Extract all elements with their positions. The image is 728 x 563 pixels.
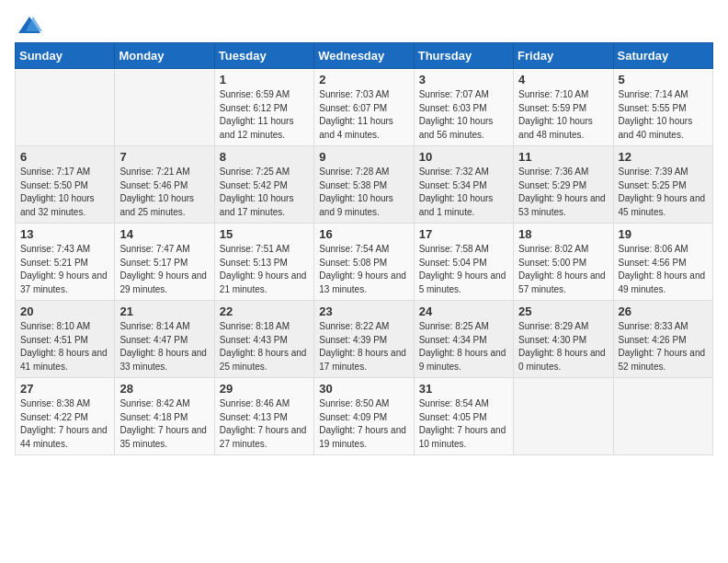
calendar-cell: 10Sunrise: 7:32 AM Sunset: 5:34 PM Dayli… bbox=[414, 146, 513, 224]
day-detail: Sunrise: 8:38 AM Sunset: 4:22 PM Dayligh… bbox=[20, 397, 109, 451]
day-number: 26 bbox=[619, 304, 708, 318]
day-number: 28 bbox=[119, 382, 209, 396]
day-detail: Sunrise: 8:14 AM Sunset: 4:47 PM Dayligh… bbox=[119, 320, 209, 373]
day-detail: Sunrise: 7:47 AM Sunset: 5:17 PM Dayligh… bbox=[119, 243, 209, 296]
day-number: 24 bbox=[419, 304, 508, 318]
calendar-cell: 12Sunrise: 7:39 AM Sunset: 5:25 PM Dayli… bbox=[613, 146, 712, 224]
day-number: 30 bbox=[319, 382, 408, 396]
calendar-cell: 6Sunrise: 7:17 AM Sunset: 5:50 PM Daylig… bbox=[16, 146, 115, 224]
day-number: 19 bbox=[619, 227, 708, 241]
col-header-monday: Monday bbox=[115, 43, 214, 69]
calendar-cell: 16Sunrise: 7:54 AM Sunset: 5:08 PM Dayli… bbox=[314, 224, 414, 301]
calendar-cell: 15Sunrise: 7:51 AM Sunset: 5:13 PM Dayli… bbox=[214, 224, 313, 301]
day-number: 25 bbox=[518, 304, 608, 318]
day-detail: Sunrise: 7:03 AM Sunset: 6:07 PM Dayligh… bbox=[319, 88, 408, 142]
day-detail: Sunrise: 7:07 AM Sunset: 6:03 PM Dayligh… bbox=[419, 88, 508, 142]
calendar-cell: 24Sunrise: 8:25 AM Sunset: 4:34 PM Dayli… bbox=[414, 301, 513, 378]
day-detail: Sunrise: 7:32 AM Sunset: 5:34 PM Dayligh… bbox=[419, 166, 508, 219]
day-number: 3 bbox=[419, 73, 508, 86]
calendar-cell bbox=[16, 69, 115, 146]
calendar-cell: 13Sunrise: 7:43 AM Sunset: 5:21 PM Dayli… bbox=[16, 224, 115, 301]
day-number: 18 bbox=[518, 227, 608, 241]
day-number: 14 bbox=[119, 227, 209, 241]
day-detail: Sunrise: 7:14 AM Sunset: 5:55 PM Dayligh… bbox=[619, 88, 708, 142]
calendar-cell: 27Sunrise: 8:38 AM Sunset: 4:22 PM Dayli… bbox=[16, 378, 115, 455]
calendar-cell: 11Sunrise: 7:36 AM Sunset: 5:29 PM Dayli… bbox=[514, 146, 613, 224]
day-detail: Sunrise: 8:25 AM Sunset: 4:34 PM Dayligh… bbox=[419, 320, 508, 373]
logo bbox=[15, 15, 42, 35]
calendar-cell bbox=[115, 69, 214, 146]
calendar-cell: 9Sunrise: 7:28 AM Sunset: 5:38 PM Daylig… bbox=[314, 146, 414, 224]
day-detail: Sunrise: 8:33 AM Sunset: 4:26 PM Dayligh… bbox=[619, 320, 708, 373]
day-detail: Sunrise: 8:06 AM Sunset: 4:56 PM Dayligh… bbox=[619, 243, 708, 296]
day-detail: Sunrise: 7:21 AM Sunset: 5:46 PM Dayligh… bbox=[119, 166, 209, 219]
day-number: 17 bbox=[419, 227, 508, 241]
calendar-cell: 22Sunrise: 8:18 AM Sunset: 4:43 PM Dayli… bbox=[214, 301, 313, 378]
day-number: 23 bbox=[319, 304, 408, 318]
calendar-cell: 25Sunrise: 8:29 AM Sunset: 4:30 PM Dayli… bbox=[514, 301, 613, 378]
calendar-cell bbox=[613, 378, 712, 455]
day-number: 31 bbox=[419, 382, 508, 396]
day-detail: Sunrise: 7:58 AM Sunset: 5:04 PM Dayligh… bbox=[419, 243, 508, 296]
calendar-cell: 20Sunrise: 8:10 AM Sunset: 4:51 PM Dayli… bbox=[16, 301, 115, 378]
day-detail: Sunrise: 8:18 AM Sunset: 4:43 PM Dayligh… bbox=[220, 320, 309, 373]
calendar-cell: 18Sunrise: 8:02 AM Sunset: 5:00 PM Dayli… bbox=[514, 224, 613, 301]
day-number: 27 bbox=[20, 382, 109, 396]
col-header-thursday: Thursday bbox=[414, 43, 513, 69]
calendar-cell: 29Sunrise: 8:46 AM Sunset: 4:13 PM Dayli… bbox=[214, 378, 313, 455]
day-number: 13 bbox=[20, 227, 109, 241]
calendar-cell: 5Sunrise: 7:14 AM Sunset: 5:55 PM Daylig… bbox=[613, 69, 712, 146]
calendar-cell: 31Sunrise: 8:54 AM Sunset: 4:05 PM Dayli… bbox=[414, 378, 513, 455]
calendar-cell: 4Sunrise: 7:10 AM Sunset: 5:59 PM Daylig… bbox=[514, 69, 613, 146]
day-number: 1 bbox=[220, 73, 309, 86]
day-number: 21 bbox=[119, 304, 209, 318]
calendar-cell: 1Sunrise: 6:59 AM Sunset: 6:12 PM Daylig… bbox=[214, 69, 313, 146]
col-header-friday: Friday bbox=[514, 43, 613, 69]
day-detail: Sunrise: 8:02 AM Sunset: 5:00 PM Dayligh… bbox=[518, 243, 608, 296]
calendar-cell: 21Sunrise: 8:14 AM Sunset: 4:47 PM Dayli… bbox=[115, 301, 214, 378]
day-detail: Sunrise: 8:46 AM Sunset: 4:13 PM Dayligh… bbox=[220, 397, 309, 451]
day-detail: Sunrise: 8:42 AM Sunset: 4:18 PM Dayligh… bbox=[119, 397, 209, 451]
day-detail: Sunrise: 7:54 AM Sunset: 5:08 PM Dayligh… bbox=[319, 243, 408, 296]
day-number: 8 bbox=[220, 150, 309, 164]
day-number: 10 bbox=[419, 150, 508, 164]
calendar-cell: 30Sunrise: 8:50 AM Sunset: 4:09 PM Dayli… bbox=[314, 378, 414, 455]
day-detail: Sunrise: 8:50 AM Sunset: 4:09 PM Dayligh… bbox=[319, 397, 408, 451]
day-detail: Sunrise: 8:54 AM Sunset: 4:05 PM Dayligh… bbox=[419, 397, 508, 451]
day-detail: Sunrise: 7:39 AM Sunset: 5:25 PM Dayligh… bbox=[619, 166, 708, 219]
col-header-sunday: Sunday bbox=[16, 43, 115, 69]
day-number: 16 bbox=[319, 227, 408, 241]
day-detail: Sunrise: 7:10 AM Sunset: 5:59 PM Dayligh… bbox=[518, 88, 608, 142]
col-header-saturday: Saturday bbox=[613, 43, 712, 69]
day-detail: Sunrise: 8:29 AM Sunset: 4:30 PM Dayligh… bbox=[518, 320, 608, 373]
day-number: 7 bbox=[119, 150, 209, 164]
day-number: 2 bbox=[319, 73, 408, 86]
calendar-cell: 8Sunrise: 7:25 AM Sunset: 5:42 PM Daylig… bbox=[214, 146, 313, 224]
day-number: 9 bbox=[319, 150, 408, 164]
calendar-cell: 28Sunrise: 8:42 AM Sunset: 4:18 PM Dayli… bbox=[115, 378, 214, 455]
day-detail: Sunrise: 6:59 AM Sunset: 6:12 PM Dayligh… bbox=[220, 88, 309, 142]
calendar-cell: 19Sunrise: 8:06 AM Sunset: 4:56 PM Dayli… bbox=[613, 224, 712, 301]
day-detail: Sunrise: 7:25 AM Sunset: 5:42 PM Dayligh… bbox=[220, 166, 309, 219]
day-number: 11 bbox=[518, 150, 608, 164]
calendar-table: SundayMondayTuesdayWednesdayThursdayFrid… bbox=[15, 42, 713, 455]
day-number: 5 bbox=[619, 73, 708, 86]
calendar-cell: 26Sunrise: 8:33 AM Sunset: 4:26 PM Dayli… bbox=[613, 301, 712, 378]
calendar-cell: 17Sunrise: 7:58 AM Sunset: 5:04 PM Dayli… bbox=[414, 224, 513, 301]
day-detail: Sunrise: 7:36 AM Sunset: 5:29 PM Dayligh… bbox=[518, 166, 608, 219]
day-detail: Sunrise: 7:28 AM Sunset: 5:38 PM Dayligh… bbox=[319, 166, 408, 219]
day-detail: Sunrise: 7:43 AM Sunset: 5:21 PM Dayligh… bbox=[20, 243, 109, 296]
day-number: 29 bbox=[220, 382, 309, 396]
day-number: 12 bbox=[619, 150, 708, 164]
col-header-tuesday: Tuesday bbox=[214, 43, 313, 69]
calendar-cell: 3Sunrise: 7:07 AM Sunset: 6:03 PM Daylig… bbox=[414, 69, 513, 146]
col-header-wednesday: Wednesday bbox=[314, 43, 414, 69]
calendar-cell bbox=[514, 378, 613, 455]
logo-icon bbox=[17, 15, 42, 35]
day-number: 15 bbox=[220, 227, 309, 241]
day-detail: Sunrise: 8:10 AM Sunset: 4:51 PM Dayligh… bbox=[20, 320, 109, 373]
calendar-cell: 7Sunrise: 7:21 AM Sunset: 5:46 PM Daylig… bbox=[115, 146, 214, 224]
day-number: 22 bbox=[220, 304, 309, 318]
day-detail: Sunrise: 8:22 AM Sunset: 4:39 PM Dayligh… bbox=[319, 320, 408, 373]
calendar-cell: 2Sunrise: 7:03 AM Sunset: 6:07 PM Daylig… bbox=[314, 69, 414, 146]
